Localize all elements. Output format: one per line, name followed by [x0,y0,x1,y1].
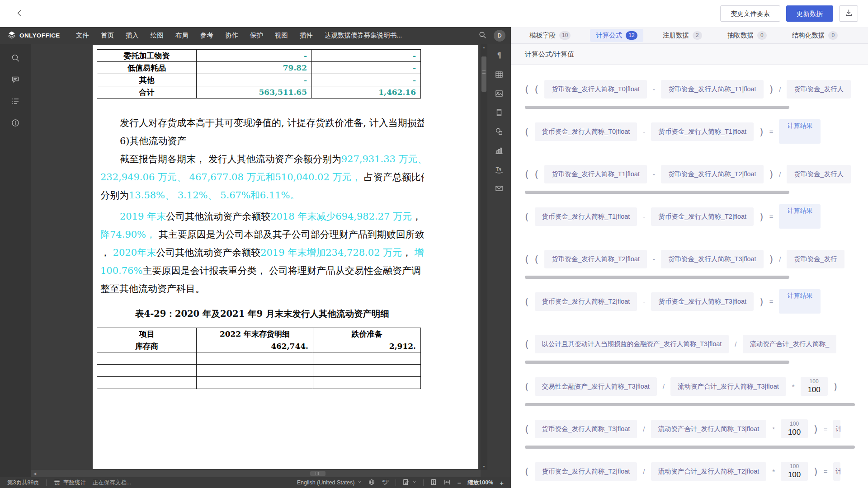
menu-item-达观数据债券募集说明书...[interactable]: 达观数据债券募集说明书... [319,27,408,44]
menu-item-首页[interactable]: 首页 [95,27,120,44]
field-chip[interactable]: 货币资金_发行人简称_T2|float [544,250,647,268]
table-settings-button[interactable] [491,66,508,84]
field-chip[interactable]: 货币资金_发行人 [787,80,851,99]
field-chip[interactable]: 货币资金_发行 [787,250,844,268]
download-button[interactable] [839,5,858,22]
menu-item-参考[interactable]: 参考 [194,27,219,44]
formula-row[interactable]: (货币资金_发行人简称_T3|float/流动资产合计_发行人简称_T3|flo… [525,416,868,441]
track-changes-button[interactable] [402,479,417,487]
avatar[interactable]: D [494,30,505,42]
language-selector[interactable]: English (United States) [297,479,362,486]
horizontal-scrollbar[interactable] [525,276,789,279]
vertical-scroll-thumb[interactable] [481,56,486,92]
sidebar-comments-button[interactable] [6,71,24,89]
field-chip[interactable]: 货币资金_发行人简称_T2|float [651,207,754,226]
field-chip[interactable]: 货币资金_发行人简称_T3|float [651,292,754,311]
fit-width-button[interactable] [443,479,451,487]
menu-item-文件[interactable]: 文件 [70,27,95,44]
tab-注册数据[interactable]: 注册数据2 [657,29,708,42]
update-data-button[interactable]: 更新数据 [786,5,833,22]
menu-item-保护[interactable]: 保护 [244,27,269,44]
zoom-value[interactable]: 缩放100% [467,479,493,487]
field-chip[interactable]: 货币资金_发行人 [787,165,851,183]
menu-item-协作[interactable]: 协作 [219,27,244,44]
field-chip[interactable]: 货币资金_发行人简称_T2|float [535,462,637,481]
formula-row[interactable]: (货币资金_发行人简称_T1|float-货币资金_发行人简称_T2|float… [525,204,868,229]
field-chip[interactable]: 货币资金_发行人简称_T1|float [535,207,637,226]
fraction-chip[interactable]: 100100 [781,419,808,438]
page-indicator[interactable]: 第3页共99页 [7,479,39,487]
field-chip[interactable]: 流动资产合计_发行人简称_ [743,335,837,353]
field-chip[interactable]: 交易性金融资产_发行人简称_T3|float [535,377,657,396]
shape-settings-button[interactable] [491,123,508,141]
tab-计算公式[interactable]: 计算公式12 [590,29,643,42]
menu-item-插件[interactable]: 插件 [294,27,319,44]
scroll-down-arrow-icon[interactable]: ▼ [481,463,487,470]
back-button[interactable] [12,6,27,21]
formula-row[interactable]: (货币资金_发行人简称_T0|float-货币资金_发行人简称_T1|float… [525,119,868,144]
horizontal-scrollbar[interactable] [525,106,789,109]
field-chip[interactable]: 货币资金_发行人简称_T1|float [544,165,647,183]
field-chip[interactable]: 货币资金_发行人简称_T3|float [535,420,637,438]
fraction-chip[interactable]: 100100 [801,377,828,396]
field-chip[interactable]: 货币资金_发行人简称_T2|float [535,292,637,311]
field-chip[interactable]: 流动资产合计_发行人简称_T3|float [651,420,767,438]
field-chip[interactable]: 货币资金_发行人简称_T0|float [544,80,647,99]
formula-row[interactable]: ((货币资金_发行人简称_T0|float-货币资金_发行人简称_T1|floa… [525,76,868,102]
menu-item-视图[interactable]: 视图 [269,27,294,44]
field-chip-clipped[interactable]: 计算结果 [833,462,840,481]
document-canvas[interactable]: 委托加工物资--低值易耗品79.82-其他--合计563,511.651,462… [31,44,487,477]
sidebar-about-button[interactable] [6,114,24,132]
sidebar-navigation-button[interactable] [6,93,24,111]
set-document-language-button[interactable] [368,479,375,487]
mail-merge-button[interactable] [491,180,508,197]
menu-item-插入[interactable]: 插入 [120,27,145,44]
menu-item-绘图[interactable]: 绘图 [145,27,170,44]
calc-result-chip[interactable]: 计算结果 [779,119,821,144]
zoom-out-button[interactable]: − [457,479,461,487]
field-chip[interactable]: 以公计且其变动计入当期损益的金融资产_发行人简称_T3|float [535,335,729,353]
formula-row[interactable]: (交易性金融资产_发行人简称_T3|float/流动资产合计_发行人简称_T3|… [525,374,868,399]
formula-row[interactable]: (货币资金_发行人简称_T2|float/流动资产合计_发行人简称_T2|flo… [525,459,868,484]
tab-结构化数据[interactable]: 结构化数据0 [786,29,844,42]
field-chip[interactable]: 货币资金_发行人简称_T1|float [661,80,764,99]
scroll-left-arrow-icon[interactable]: ◀ [31,472,39,476]
horizontal-scrollbar[interactable] [525,191,789,194]
change-file-elements-button[interactable]: 变更文件要素 [720,5,780,22]
toolbar-search-button[interactable] [475,27,490,44]
field-chip[interactable]: 货币资金_发行人简称_T2|float [661,165,764,183]
calc-result-chip[interactable]: 计算结果 [779,289,821,314]
fit-page-button[interactable] [430,479,437,487]
formula-row[interactable]: ((货币资金_发行人简称_T1|float-货币资金_发行人简称_T2|floa… [525,161,868,187]
horizontal-scroll-thumb[interactable] [310,471,326,476]
field-chip[interactable]: 流动资产合计_发行人简称_T3|float [670,377,786,396]
text-art-button[interactable]: Ta [491,161,508,178]
field-chip-clipped[interactable]: 计算结果 [833,420,840,438]
chart-settings-button[interactable] [491,142,508,160]
word-count-button[interactable]: 123 字数统计 [53,479,86,487]
horizontal-scrollbar[interactable] [525,446,855,449]
menu-item-布局[interactable]: 布局 [170,27,194,44]
scroll-up-arrow-icon[interactable]: ▲ [481,44,487,51]
zoom-in-button[interactable]: + [500,479,504,487]
horizontal-scrollbar[interactable] [525,361,789,364]
horizontal-scrollbar[interactable] [525,403,855,406]
image-settings-button[interactable] [491,85,508,103]
tab-抽取数据[interactable]: 抽取数据0 [722,29,773,42]
document-page[interactable]: 委托加工物资--低值易耗品79.82-其他--合计563,511.651,462… [93,45,478,469]
formula-row[interactable]: ((货币资金_发行人简称_T2|float-货币资金_发行人简称_T3|floa… [525,246,868,272]
sidebar-search-button[interactable] [6,49,24,67]
document-vertical-scrollbar[interactable]: ▲ ▼ [481,44,487,470]
fraction-chip[interactable]: 100100 [781,462,808,481]
document-horizontal-scrollbar[interactable]: ◀ [31,470,481,477]
formula-row[interactable]: (货币资金_发行人简称_T2|float-货币资金_发行人简称_T3|float… [525,289,868,314]
tab-模板字段[interactable]: 模板字段10 [524,29,576,42]
calc-result-chip[interactable]: 计算结果 [779,204,821,229]
field-chip[interactable]: 流动资产合计_发行人简称_T2|float [651,462,767,481]
paragraph-settings-button[interactable]: ¶ [491,47,508,65]
header-footer-button[interactable] [491,104,508,122]
formula-row[interactable]: (以公计且其变动计入当期损益的金融资产_发行人简称_T3|float/流动资产合… [525,331,868,357]
field-chip[interactable]: 货币资金_发行人简称_T0|float [535,122,637,141]
field-chip[interactable]: 货币资金_发行人简称_T1|float [651,122,754,141]
spellcheck-button[interactable]: ABC [382,478,389,487]
